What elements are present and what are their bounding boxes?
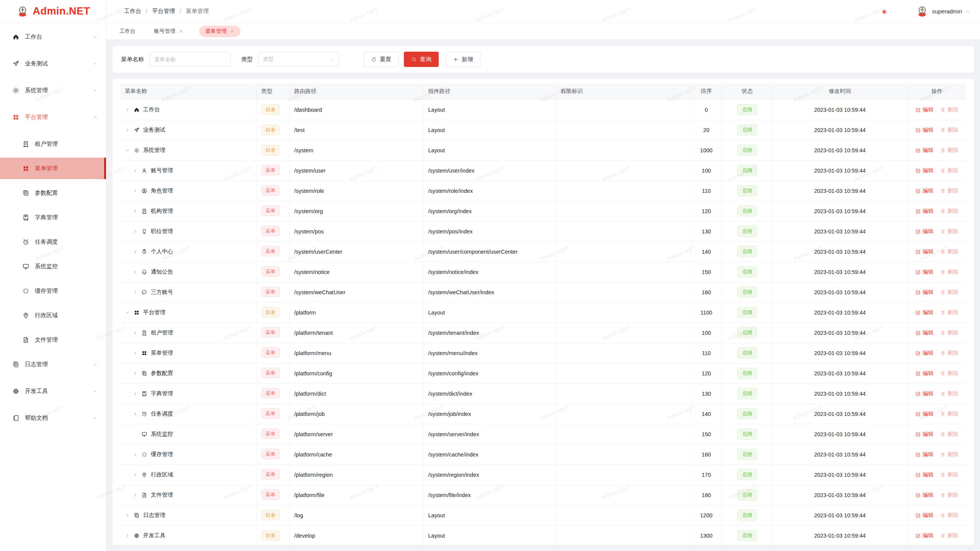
type-select[interactable]: 类型 [258, 52, 339, 67]
delete-button[interactable]: 删除 [940, 228, 958, 235]
edit-button[interactable]: 编辑 [915, 471, 933, 478]
delete-button[interactable]: 删除 [940, 532, 958, 539]
sidebar-item-系统管理[interactable]: 系统管理 [0, 80, 106, 101]
expand-toggle-icon[interactable] [125, 107, 130, 112]
sidebar-item-日志管理[interactable]: 日志管理 [0, 354, 106, 375]
delete-button[interactable]: 删除 [940, 167, 958, 174]
delete-button[interactable]: 删除 [940, 248, 958, 255]
delete-button[interactable]: 删除 [940, 329, 958, 336]
sidebar-item-缓存管理[interactable]: 缓存管理 [0, 280, 106, 302]
expand-toggle-icon[interactable] [132, 391, 138, 396]
edit-button[interactable]: 编辑 [915, 350, 933, 357]
delete-button[interactable]: 删除 [940, 350, 958, 357]
edit-button[interactable]: 编辑 [915, 431, 933, 438]
delete-button[interactable]: 删除 [940, 411, 958, 417]
edit-button[interactable]: 编辑 [915, 187, 933, 194]
user-menu[interactable]: superadmin [916, 5, 970, 18]
sidebar-item-平台管理[interactable]: 平台管理 [0, 106, 106, 128]
delete-button[interactable]: 删除 [940, 309, 958, 316]
expand-toggle-icon[interactable] [132, 188, 138, 194]
sidebar-item-字典管理[interactable]: 字典管理 [0, 207, 106, 228]
delete-button[interactable]: 删除 [940, 492, 958, 499]
edit-button[interactable]: 编辑 [915, 309, 933, 316]
status-badge: 启用 [737, 429, 757, 440]
tab-菜单管理[interactable]: 菜单管理 [199, 26, 240, 37]
expand-toggle-icon[interactable] [132, 350, 138, 356]
delete-button[interactable]: 删除 [940, 471, 958, 478]
edit-button[interactable]: 编辑 [915, 167, 933, 174]
expand-toggle-icon[interactable] [125, 127, 130, 133]
edit-button[interactable]: 编辑 [915, 532, 933, 539]
expand-toggle-icon[interactable] [132, 249, 138, 254]
sidebar-item-参数配置[interactable]: 参数配置 [0, 182, 106, 204]
delete-button[interactable]: 删除 [940, 106, 958, 113]
edit-button[interactable]: 编辑 [915, 492, 933, 499]
edit-button[interactable]: 编辑 [915, 390, 933, 397]
breadcrumb-item[interactable]: 工作台 [124, 8, 141, 15]
add-button[interactable]: 新增 [446, 52, 480, 67]
expand-toggle-icon[interactable] [132, 472, 138, 478]
tab-账号管理[interactable]: 账号管理 [152, 26, 185, 37]
delete-button[interactable]: 删除 [940, 451, 958, 458]
expand-toggle-icon[interactable] [132, 209, 138, 214]
expand-toggle-icon[interactable] [132, 411, 138, 417]
edit-button[interactable]: 编辑 [915, 411, 933, 417]
menu-name-input-wrap [149, 52, 230, 67]
expand-toggle-icon[interactable] [125, 310, 130, 315]
menu-name: 任务调度 [151, 410, 173, 417]
edit-button[interactable]: 编辑 [915, 289, 933, 296]
building-icon [22, 140, 29, 148]
tab-close-icon[interactable] [230, 29, 234, 33]
sidebar-item-帮助文档[interactable]: 帮助文档 [0, 407, 106, 429]
edit-button[interactable]: 编辑 [915, 147, 933, 154]
expand-toggle-icon[interactable] [132, 229, 138, 234]
delete-button[interactable]: 删除 [940, 269, 958, 276]
delete-button[interactable]: 删除 [940, 127, 958, 134]
expand-toggle-icon[interactable] [125, 148, 130, 153]
expand-toggle-icon[interactable] [132, 290, 138, 295]
edit-button[interactable]: 编辑 [915, 248, 933, 255]
sidebar-item-租户管理[interactable]: 租户管理 [0, 133, 106, 155]
expand-toggle-icon[interactable] [132, 330, 138, 336]
sidebar-item-任务调度[interactable]: 任务调度 [0, 231, 106, 253]
expand-toggle-icon[interactable] [132, 452, 138, 457]
edit-button[interactable]: 编辑 [915, 208, 933, 215]
sidebar-item-业务测试[interactable]: 业务测试 [0, 53, 106, 74]
sidebar-item-系统监控[interactable]: 系统监控 [0, 256, 106, 277]
tab-工作台[interactable]: 工作台 [117, 26, 138, 37]
delete-button[interactable]: 删除 [940, 512, 958, 519]
logo[interactable]: Admin.NET [0, 0, 106, 23]
delete-button[interactable]: 删除 [940, 390, 958, 397]
delete-button[interactable]: 删除 [940, 208, 958, 215]
edit-button[interactable]: 编辑 [915, 512, 933, 519]
edit-button[interactable]: 编辑 [915, 370, 933, 377]
sidebar-item-行政区域[interactable]: 行政区域 [0, 305, 106, 326]
sort-value: 160 [691, 282, 722, 302]
sidebar-item-文件管理[interactable]: 文件管理 [0, 329, 106, 350]
delete-button[interactable]: 删除 [940, 187, 958, 194]
delete-button[interactable]: 删除 [940, 289, 958, 296]
sidebar-item-工作台[interactable]: 工作台 [0, 26, 106, 47]
expand-toggle-icon[interactable] [125, 513, 130, 518]
delete-button[interactable]: 删除 [940, 431, 958, 438]
tab-close-icon[interactable] [179, 29, 183, 33]
search-button[interactable]: 查询 [404, 52, 439, 67]
expand-toggle-icon[interactable] [132, 371, 138, 376]
sidebar-item-菜单管理[interactable]: 菜单管理 [0, 158, 106, 179]
breadcrumb-item[interactable]: 平台管理 [152, 8, 175, 15]
edit-button[interactable]: 编辑 [915, 228, 933, 235]
menu-name-input[interactable] [154, 56, 225, 62]
expand-toggle-icon[interactable] [132, 492, 138, 498]
expand-toggle-icon[interactable] [132, 168, 138, 173]
delete-button[interactable]: 删除 [940, 370, 958, 377]
edit-button[interactable]: 编辑 [915, 329, 933, 336]
edit-button[interactable]: 编辑 [915, 451, 933, 458]
edit-button[interactable]: 编辑 [915, 127, 933, 134]
reset-button[interactable]: 重置 [364, 52, 399, 67]
delete-button[interactable]: 删除 [940, 147, 958, 154]
edit-button[interactable]: 编辑 [915, 106, 933, 113]
expand-toggle-icon[interactable] [125, 533, 130, 538]
sidebar-item-开发工具[interactable]: 开发工具 [0, 380, 106, 402]
expand-toggle-icon[interactable] [132, 269, 138, 275]
edit-button[interactable]: 编辑 [915, 269, 933, 276]
